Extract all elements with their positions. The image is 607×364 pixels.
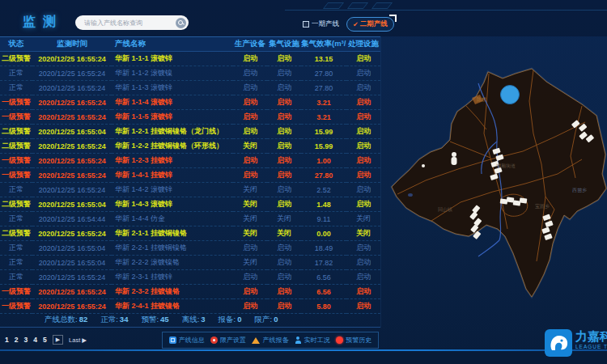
table-row[interactable]: 正常 2020/12/25 16:55:04 华新 2-2-2 滚镀镍铬 关闭 … bbox=[0, 256, 380, 270]
table-row[interactable]: 正常 2020/12/25 16:55:24 华新 1-1-2 滚镀镍 启动 启… bbox=[0, 66, 380, 81]
legend-line-report[interactable]: 产线报备 bbox=[252, 336, 288, 345]
person-icon bbox=[295, 336, 302, 344]
page-button-3[interactable]: 3 bbox=[23, 336, 28, 344]
cell-production-equipment: 启动 bbox=[233, 154, 267, 168]
cell-gas-facility: 启动 bbox=[267, 66, 301, 81]
table-row[interactable]: 一级预警 2020/12/25 16:55:24 华新 1-1-4 滚镀锌 启动… bbox=[0, 95, 380, 110]
cell-gas-facility: 启动 bbox=[267, 168, 301, 183]
cell-gas-efficiency: 5.80 bbox=[301, 299, 346, 314]
legend-production-limit[interactable]: 限产设置 bbox=[210, 336, 246, 345]
cell-time: 2020/12/25 16:55:24 bbox=[32, 226, 112, 241]
table-row[interactable]: 正常 2020/12/25 16:55:24 华新 1-1-3 滚镀锌 启动 启… bbox=[0, 81, 380, 95]
phase2-label: 二期产线 bbox=[360, 19, 388, 29]
last-page-button[interactable]: Last ▶ bbox=[69, 336, 87, 344]
page-button-4[interactable]: 4 bbox=[33, 336, 37, 344]
cell-line-name: 华新 1-4-1 挂镀锌 bbox=[112, 168, 233, 183]
cell-gas-efficiency: 27.80 bbox=[301, 66, 346, 81]
blue-circle-marker[interactable] bbox=[501, 86, 520, 104]
table-row[interactable]: 一级预警 2020/12/25 16:55:24 华新 1-1-5 滚镀锌 启动… bbox=[0, 110, 380, 125]
district-map-svg[interactable] bbox=[381, 36, 607, 328]
search-icon[interactable] bbox=[176, 18, 186, 28]
cell-production-equipment: 关闭 bbox=[233, 212, 267, 226]
table-row[interactable]: 二级预警 2020/12/25 16:55:04 华新 1-2-1 挂镀铜镍铬（… bbox=[0, 125, 380, 139]
search-input[interactable] bbox=[83, 19, 176, 28]
next-page-button[interactable]: ▶ bbox=[53, 335, 63, 345]
top-header: 监测 一期产线 ✔ 二期产线 bbox=[0, 0, 607, 36]
cell-production-equipment: 启动 bbox=[233, 241, 267, 256]
cell-treatment-facility: 启动 bbox=[346, 110, 380, 125]
cell-gas-facility: 启动 bbox=[267, 241, 301, 256]
table-row[interactable]: 二级预警 2020/12/25 16:55:24 华新 2-1-1 挂镀铜镍铬 … bbox=[0, 226, 380, 241]
cell-line-name: 华新 2-4-1 挂镀镍铬 bbox=[112, 299, 233, 314]
cell-line-name: 华新 1-2-3 挂镀锌 bbox=[112, 154, 233, 168]
cell-line-name: 华新 1-1-5 滚镀锌 bbox=[112, 110, 233, 125]
cell-time: 2020/12/25 16:55:24 bbox=[32, 52, 112, 66]
cell-line-name: 华新 2-3-2 挂镀镍铬 bbox=[112, 285, 233, 299]
cell-production-equipment: 启动 bbox=[233, 285, 267, 299]
table-row[interactable]: 二级预警 2020/12/25 16:55:04 华新 1-4-3 滚镀锌 关闭… bbox=[0, 197, 380, 212]
col-treatment-facility: 处理设施 bbox=[346, 37, 380, 52]
phase1-label: 一期产线 bbox=[312, 19, 339, 29]
cell-status: 一级预警 bbox=[0, 168, 32, 183]
table-row[interactable]: 正常 2020/12/25 16:55:24 华新 1-4-2 滚镀锌 关闭 启… bbox=[0, 183, 380, 197]
cell-production-equipment: 关闭 bbox=[233, 226, 267, 241]
legend-warning-history[interactable]: 预警历史 bbox=[336, 336, 371, 345]
cell-time: 2020/12/25 16:55:24 bbox=[32, 110, 112, 125]
cell-status: 一级预警 bbox=[0, 110, 32, 125]
cell-line-name: 华新 1-1-3 滚镀锌 bbox=[112, 81, 233, 95]
table-row[interactable]: 一级预警 2020/12/25 16:55:24 华新 1-4-1 挂镀锌 启动… bbox=[0, 168, 380, 183]
logo-name: 力嘉科技 bbox=[575, 329, 607, 344]
table-row[interactable]: 正常 2020/12/25 16:54:44 华新 1-4-4 仿金 关闭 关闭… bbox=[0, 212, 380, 226]
check-icon: ✔ bbox=[353, 21, 359, 28]
cell-gas-facility: 关闭 bbox=[267, 226, 301, 241]
cell-status: 正常 bbox=[0, 212, 32, 226]
cell-treatment-facility: 启动 bbox=[346, 270, 380, 285]
cell-line-name: 华新 1-1-1 滚镀锌 bbox=[112, 52, 233, 66]
cell-production-equipment: 关闭 bbox=[233, 256, 267, 270]
table-row[interactable]: 一级预警 2020/12/25 16:55:24 华新 2-3-2 挂镀镍铬 启… bbox=[0, 285, 380, 299]
cell-line-name: 华新 1-4-4 仿金 bbox=[112, 212, 233, 226]
cell-gas-facility: 启动 bbox=[267, 95, 301, 110]
cell-gas-efficiency: 13.15 bbox=[301, 52, 346, 66]
table-row[interactable]: 二级预警 2020/12/25 16:55:24 华新 1-2-2 挂镀铜镍铬（… bbox=[0, 139, 380, 154]
table-row[interactable]: 正常 2020/12/25 16:55:04 华新 2-2-1 挂镀铜镍铬 启动… bbox=[0, 241, 380, 256]
cell-treatment-facility: 启动 bbox=[346, 256, 380, 270]
cell-gas-facility: 启动 bbox=[267, 139, 301, 154]
page-button-2[interactable]: 2 bbox=[15, 336, 19, 344]
summary-limited: 限产:0 bbox=[255, 315, 278, 325]
table-row[interactable]: 二级预警 2020/12/25 16:55:24 华新 1-1-1 滚镀锌 启动… bbox=[0, 52, 380, 66]
monitoring-dashboard: 监测 一期产线 ✔ 二期产线 状态 bbox=[0, 0, 607, 364]
cell-time: 2020/12/25 16:55:24 bbox=[32, 139, 112, 154]
phase1-checkbox[interactable]: 一期产线 bbox=[303, 19, 339, 29]
cell-line-name: 华新 1-4-3 滚镀锌 bbox=[112, 197, 233, 212]
district-map[interactable]: 陈桥 城厢街道 回山镇 宝圆乡 西苗乡 bbox=[380, 36, 607, 328]
cell-production-equipment: 启动 bbox=[233, 125, 267, 139]
cell-treatment-facility: 启动 bbox=[346, 299, 380, 314]
cell-status: 二级预警 bbox=[0, 52, 32, 66]
cell-treatment-facility: 启动 bbox=[346, 241, 380, 256]
cell-production-equipment: 启动 bbox=[233, 95, 267, 110]
summary-normal: 正常:34 bbox=[100, 315, 128, 325]
brand-logo: 力嘉科技 LEAGUE TE bbox=[545, 329, 607, 357]
phase-filter-group: 一期产线 ✔ 二期产线 bbox=[303, 17, 394, 32]
page-button-5[interactable]: 5 bbox=[43, 336, 47, 344]
table-row[interactable]: 正常 2020/12/25 16:55:24 华新 2-3-1 挂镀锌 启动 启… bbox=[0, 270, 380, 285]
pagination: 1 2 3 4 5 ▶ Last ▶ bbox=[5, 332, 87, 348]
header-decoration bbox=[347, 2, 368, 9]
cell-gas-efficiency: 6.56 bbox=[301, 285, 346, 299]
legend-line-info[interactable]: 产线信息 bbox=[169, 336, 205, 345]
legend-realtime-condition[interactable]: 实时工况 bbox=[295, 336, 330, 345]
corner-bracket-decoration bbox=[389, 15, 397, 22]
table-row[interactable]: 一级预警 2020/12/25 16:55:24 华新 1-2-3 挂镀锌 启动… bbox=[0, 154, 380, 168]
cell-line-name: 华新 1-1-2 滚镀镍 bbox=[112, 66, 233, 81]
table-row[interactable]: 一级预警 2020/12/25 16:55:24 华新 2-4-1 挂镀镍铬 启… bbox=[0, 299, 380, 314]
person-marker[interactable] bbox=[452, 152, 457, 165]
cell-time: 2020/12/25 16:55:24 bbox=[32, 285, 112, 299]
cell-status: 二级预警 bbox=[0, 125, 32, 139]
cell-treatment-facility: 启动 bbox=[346, 95, 380, 110]
cell-status: 一级预警 bbox=[0, 285, 32, 299]
dot-icon bbox=[336, 336, 343, 344]
checkbox-icon[interactable] bbox=[303, 21, 309, 28]
page-button-1[interactable]: 1 bbox=[5, 336, 9, 344]
phase2-toggle-button[interactable]: ✔ 二期产线 bbox=[346, 17, 394, 32]
